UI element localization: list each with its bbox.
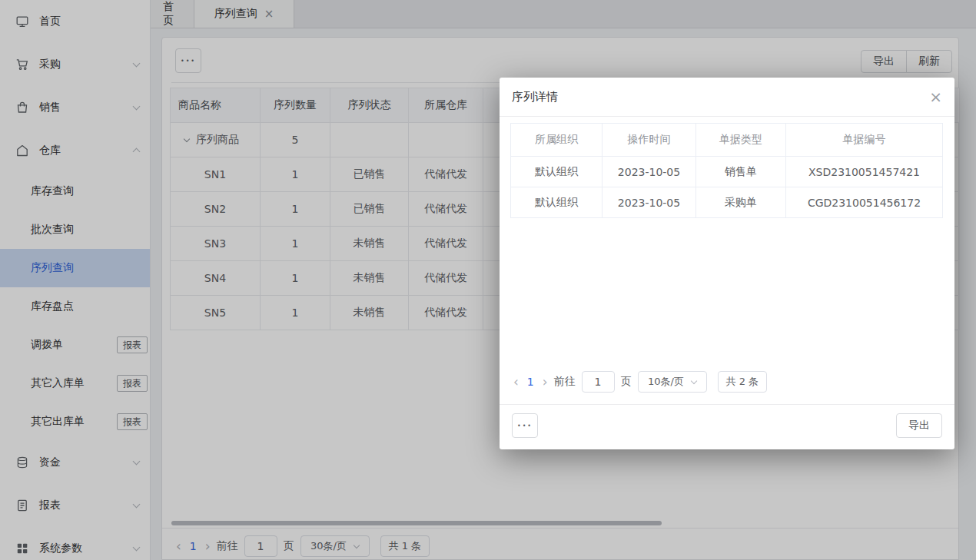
dialog-title: 序列详情 [512,90,558,104]
org: 默认组织 [511,157,603,187]
doc-no: CGD2310051456172 [786,187,943,218]
doc-type: 采购单 [696,187,786,218]
table-header-row: 所属组织 操作时间 单据类型 单据编号 [511,124,943,157]
page-size-select[interactable]: 10条/页 [638,371,707,393]
serial-detail-dialog: 序列详情 × 所属组织 操作时间 单据类型 单据编号 默认组织 2023-10-… [500,78,954,449]
export-button[interactable]: 导出 [896,413,942,438]
op-time: 2023-10-05 [603,187,696,218]
col-header-org: 所属组织 [511,124,603,157]
more-actions-button[interactable]: ••• [512,413,538,438]
dialog-pagination: ‹ 1 › 前往 页 10条/页 共 2 条 [513,371,773,393]
page-number[interactable]: 1 [525,376,536,388]
col-header-doc-type: 单据类型 [696,124,786,157]
goto-page-input[interactable] [582,371,615,393]
col-header-op-time: 操作时间 [603,124,696,157]
next-page-icon[interactable]: › [543,376,548,389]
goto-label: 前往 [554,375,576,389]
page-unit-label: 页 [621,375,632,389]
prev-page-icon[interactable]: ‹ [513,376,519,389]
total-count: 共 2 条 [718,371,768,393]
dialog-header: 序列详情 × [500,78,954,117]
op-time: 2023-10-05 [603,157,696,187]
doc-no: XSD2310051457421 [786,157,943,187]
chevron-down-icon [691,377,697,383]
col-header-doc-no: 单据编号 [786,124,943,157]
dialog-footer: ••• 导出 [500,404,954,449]
org: 默认组织 [511,187,603,218]
table-row[interactable]: 默认组织 2023-10-05 销售单 XSD2310051457421 [511,157,943,187]
table-row[interactable]: 默认组织 2023-10-05 采购单 CGD2310051456172 [511,187,943,218]
close-icon[interactable]: × [929,89,942,104]
doc-type: 销售单 [696,157,786,187]
page-size-value: 10条/页 [648,375,684,389]
serial-detail-table: 所属组织 操作时间 单据类型 单据编号 默认组织 2023-10-05 销售单 … [510,123,943,218]
